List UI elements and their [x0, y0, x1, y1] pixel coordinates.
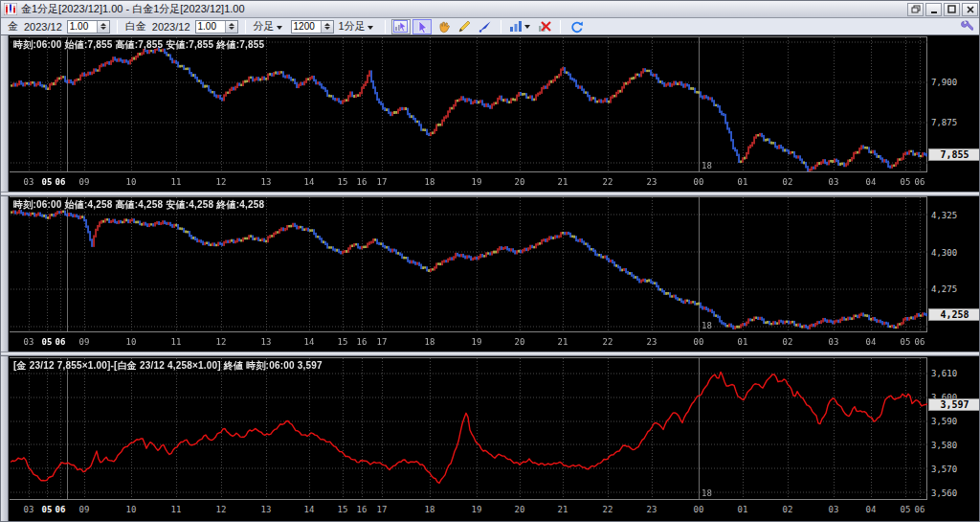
- x-axis-label: 03: [823, 505, 844, 515]
- interval-dropdown[interactable]: 1分足: [339, 19, 377, 34]
- x-axis-label: 03: [823, 337, 844, 348]
- interval-type-dropdown[interactable]: 分足: [254, 19, 286, 34]
- x-axis-label: 04: [860, 177, 881, 188]
- x-axis-label: 22: [597, 505, 618, 515]
- refresh-button[interactable]: [567, 19, 586, 34]
- x-axis-label: 04: [860, 505, 881, 515]
- chevron-down-icon: [277, 26, 282, 30]
- x-axis-label: 06: [909, 337, 930, 348]
- wrench-icon: [961, 20, 973, 33]
- close-button[interactable]: [962, 3, 978, 16]
- x-axis-label: 06: [50, 337, 71, 348]
- toolbar-separator: [245, 20, 246, 34]
- float-window-button[interactable]: [907, 3, 924, 16]
- maximize-button[interactable]: [944, 3, 960, 16]
- x-axis-label: 12: [211, 177, 232, 188]
- x-axis-label: 23: [641, 177, 662, 188]
- platinum-candlestick-canvas[interactable]: [11, 197, 927, 331]
- toolbar-separator: [501, 20, 501, 34]
- x-axis-label: 01: [732, 505, 753, 515]
- settings-button[interactable]: [957, 19, 976, 34]
- title-bar: 金1分足[2023/12]1.00 - 白金1分足[2023/12]1.00: [1, 1, 980, 18]
- x-axis-label: 10: [121, 177, 142, 188]
- chart-select-icon: [393, 20, 408, 33]
- x-axis-label: 13: [256, 177, 277, 188]
- x-axis-label: 00: [688, 177, 709, 188]
- x-axis-label: 20: [509, 505, 530, 515]
- spread-line-canvas[interactable]: [11, 358, 927, 499]
- chevron-down-icon: [368, 26, 373, 30]
- gold-chart-panel: 時刻:06:00 始値:7,855 高値:7,855 安値:7,855 終値:7…: [10, 36, 927, 172]
- x-axis-label: 04: [860, 337, 881, 348]
- x-axis-label: 18: [419, 505, 440, 515]
- y-axis-label: 3,560: [931, 488, 977, 499]
- x-axis-label: 18: [419, 177, 440, 188]
- y-axis-label: 4,275: [931, 284, 977, 295]
- x-axis-label: 13: [256, 337, 277, 348]
- x-axis-label: 16: [351, 337, 372, 348]
- x-axis-label: 00: [688, 505, 709, 515]
- chart-type-button[interactable]: [507, 19, 533, 34]
- toolbar-separator: [117, 20, 118, 34]
- x-axis-label: 09: [74, 505, 95, 515]
- chart-select-tool-button[interactable]: [391, 19, 411, 34]
- gold-label: 金: [8, 19, 18, 34]
- x-axis-label: 00: [688, 337, 709, 348]
- gold-candlestick-canvas[interactable]: [11, 37, 927, 171]
- x-axis-label: 02: [777, 177, 798, 188]
- platinum-info-bar: 時刻:06:00 始値:4,258 高値:4,258 安値:4,258 終値:4…: [13, 198, 264, 212]
- y-axis-label: 3,580: [931, 441, 977, 451]
- x-axis-label: 11: [166, 337, 187, 348]
- delete-chart-button[interactable]: [535, 19, 554, 34]
- x-axis-label: 11: [166, 505, 187, 515]
- bar-count-input[interactable]: [292, 21, 321, 33]
- toolbar: 金 2023/12 白金 2023/12 分足 1分足: [1, 18, 980, 35]
- spread-chart-panel: [金 23/12 7,855×1.00]-[白金 23/12 4,258×1.0…: [10, 357, 927, 500]
- x-axis-label: 15: [332, 505, 353, 515]
- x-axis-label: 21: [552, 505, 573, 515]
- x-axis-label: 01: [732, 337, 753, 348]
- minimize-button[interactable]: [925, 3, 942, 16]
- pan-tool-button[interactable]: [434, 19, 453, 34]
- x-axis-label: 02: [777, 505, 798, 515]
- gold-contract-month[interactable]: 2023/12: [24, 21, 62, 33]
- x-axis-label: 17: [371, 177, 392, 188]
- x-axis-label: 22: [597, 177, 618, 188]
- x-axis-label: 01: [732, 177, 753, 188]
- y-axis-label: 7,875: [931, 118, 977, 128]
- toolbar-separator: [385, 20, 386, 34]
- platinum-contract-month[interactable]: 2023/12: [152, 21, 190, 33]
- pointer-tool-button[interactable]: [412, 19, 432, 34]
- gold-ratio-input[interactable]: [68, 21, 97, 33]
- x-axis-label: 09: [74, 177, 95, 188]
- y-axis-label: 4,300: [931, 248, 977, 259]
- current-price-box: 4,258: [928, 308, 980, 321]
- delete-x-icon: [538, 20, 551, 33]
- x-axis-label: 16: [351, 505, 372, 515]
- bar-chart-icon: [509, 20, 523, 33]
- draw-line-tool-button[interactable]: [455, 19, 474, 34]
- gold-ratio-spinner[interactable]: [97, 21, 109, 33]
- annotation-pen-tool-button[interactable]: [476, 19, 495, 34]
- minimize-icon: [930, 6, 938, 13]
- hand-icon: [436, 20, 450, 34]
- close-icon: [967, 6, 974, 13]
- pencil-icon: [457, 20, 471, 34]
- bar-count-spinner[interactable]: [321, 21, 333, 33]
- x-axis-label: 02: [777, 337, 798, 348]
- chart-window: 金1分足[2023/12]1.00 - 白金1分足[2023/12]1.00 金…: [0, 0, 980, 522]
- y-axis-label: 7,900: [931, 78, 977, 88]
- maximize-icon: [947, 5, 956, 13]
- chevron-down-icon: [524, 25, 530, 29]
- platinum-ratio-input[interactable]: [196, 21, 225, 33]
- x-axis-label: 19: [466, 177, 487, 188]
- app-candlestick-icon: [4, 3, 17, 15]
- platinum-ratio-spinner[interactable]: [225, 21, 237, 33]
- x-axis-label: 14: [299, 337, 320, 348]
- x-axis-label: 20: [509, 177, 530, 188]
- x-axis-label: 06: [909, 177, 930, 188]
- x-axis-label: 09: [74, 337, 95, 348]
- left-edge-strip: [1, 35, 9, 522]
- current-price-box: 7,855: [928, 148, 980, 161]
- x-axis-label: 16: [351, 177, 372, 188]
